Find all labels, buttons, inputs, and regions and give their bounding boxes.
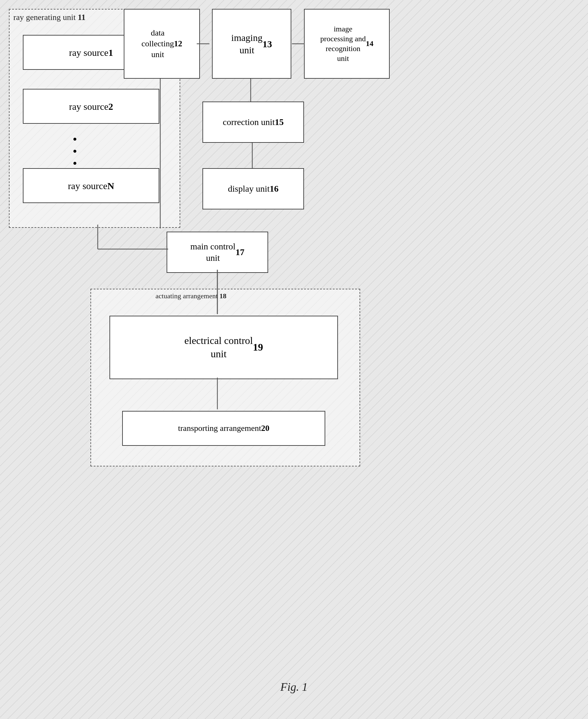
transporting-box: transporting arrangement 20 xyxy=(122,411,325,446)
electrical-control-box: electrical controlunit19 xyxy=(109,316,338,379)
imaging-box: imagingunit 13 xyxy=(212,9,291,79)
main-control-box: main controlunit 17 xyxy=(167,232,268,273)
ray-source-n-box: ray source N xyxy=(23,168,159,203)
diagram-container: ray generating unit 11 ray source 1 ray … xyxy=(0,0,588,719)
ray-generating-label: ray generating unit 11 xyxy=(13,12,85,23)
image-processing-box: imageprocessing andrecognitionunit 14 xyxy=(304,9,390,79)
actuating-label: actuating arrangement 18 xyxy=(155,292,227,300)
data-collecting-box: datacollectingunit 12 xyxy=(124,9,200,79)
dots-label: ••• xyxy=(73,133,79,169)
fig-label: Fig. 1 xyxy=(280,680,308,694)
display-box: display unit16 xyxy=(203,168,304,209)
correction-box: correction unit15 xyxy=(203,102,304,143)
ray-source-2-box: ray source 2 xyxy=(23,89,159,124)
